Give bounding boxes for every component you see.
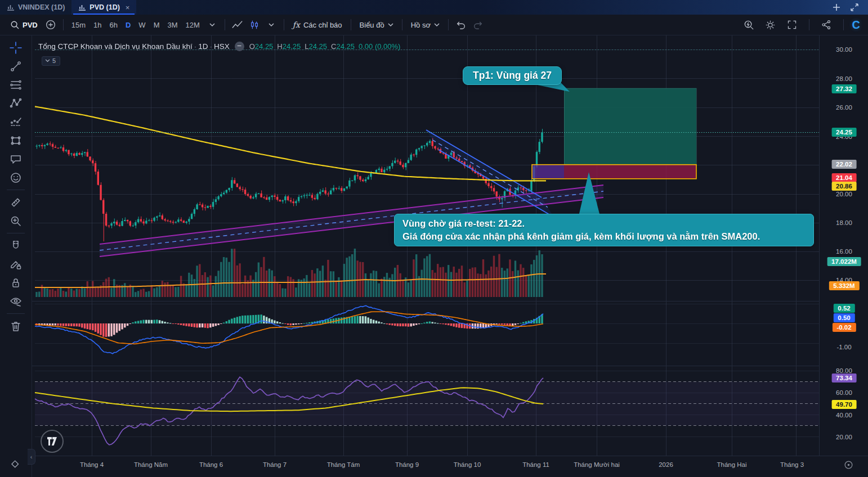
fullscreen-icon [787, 20, 797, 30]
compare-button[interactable] [42, 17, 59, 33]
price-badge: 24.25 [831, 128, 857, 137]
xabcd-pattern-icon [10, 97, 22, 110]
price-badge: 21.04 [831, 173, 857, 182]
expand-icon[interactable] [850, 3, 859, 12]
tab-label: VNINDEX (1D) [18, 3, 65, 11]
timeframe-6h[interactable]: 6h [106, 19, 122, 32]
chart-type-button[interactable] [246, 17, 263, 33]
tab-vnindex[interactable]: VNINDEX (1D) [0, 0, 71, 15]
toolbar-divider [809, 19, 809, 30]
add-tab-icon[interactable] [832, 3, 841, 12]
crosshair-tool[interactable] [5, 38, 26, 57]
pencil-lock-icon [10, 258, 22, 271]
time-tick: Tháng 11 [522, 461, 549, 468]
time-tick: Tháng Năm [134, 461, 168, 468]
tab-pvd[interactable]: PVD (1D) × [71, 0, 136, 15]
pane-separator[interactable] [32, 366, 819, 366]
timeframe-m[interactable]: M [150, 19, 164, 32]
broker-logo[interactable]: C [852, 19, 862, 32]
settings-button[interactable] [762, 17, 779, 33]
callout-tool[interactable] [5, 150, 26, 168]
time-tick: Tháng 3 [780, 461, 804, 468]
legend-minimize-button[interactable]: – [235, 42, 244, 51]
trend-line-tool[interactable] [5, 57, 26, 75]
magnet-icon [10, 240, 22, 252]
gear-icon [844, 460, 853, 470]
timeframe-1h[interactable]: 1h [90, 19, 105, 32]
price-tick: 60.00 [820, 389, 868, 396]
lock-all-tool[interactable] [5, 273, 26, 292]
collapsed-indicators-chip[interactable]: 5 [42, 56, 60, 66]
chart-tab-icon [78, 3, 86, 11]
toolbar-divider [448, 19, 449, 30]
time-tick: Tháng Mười hai [574, 461, 620, 468]
timeframe-15m[interactable]: 15m [68, 19, 90, 32]
timeframe-menu-button[interactable] [204, 17, 221, 33]
chevron-down-icon [388, 23, 393, 27]
timeframe-w[interactable]: W [135, 19, 149, 32]
ruler-tool[interactable] [5, 193, 26, 212]
emoji-tool[interactable] [5, 168, 26, 187]
main-toolbar: PVD 15m1h6hDWM3M12M ƒx Các chỉ báo Biểu … [0, 15, 868, 35]
pencil-lock-tool[interactable] [5, 255, 26, 273]
magnet-tool[interactable] [5, 236, 26, 255]
symbol-title[interactable]: Tổng CTCP Khoan và Dịch vụ Khoan Dầu khí… [38, 42, 230, 51]
trash-tool[interactable] [5, 317, 26, 335]
sidebar-divider [7, 233, 25, 233]
price-scale[interactable]: 30.0028.0026.0024.0022.0020.0018.0016.00… [819, 35, 868, 456]
time-tick: 2026 [659, 461, 673, 468]
tab-bar: VNINDEX (1D) PVD (1D) × [0, 0, 868, 15]
quick-search-button[interactable] [741, 17, 758, 33]
price-badge: 49.70 [831, 400, 857, 409]
line-style-button[interactable] [229, 17, 246, 33]
rectangle-tool[interactable] [5, 131, 26, 150]
chevron-down-icon [45, 59, 50, 62]
chart-tab-icon [7, 3, 15, 11]
time-tick: Tháng 10 [454, 461, 481, 468]
layout-button[interactable]: Biểu đồ [355, 19, 398, 32]
drawing-toolbar [0, 35, 32, 477]
callout-retest[interactable]: Vùng chờ giá re-test: 21-22. Giá đóng cử… [394, 214, 814, 246]
forecast-icon [10, 116, 22, 128]
lock-all-icon [10, 277, 22, 289]
toolbar-divider [63, 19, 64, 30]
price-badge: -0.02 [832, 323, 856, 332]
undo-button[interactable] [453, 17, 469, 33]
fib-retracement-tool[interactable] [5, 75, 26, 94]
symbol-search-button[interactable]: PVD [6, 18, 42, 32]
xabcd-pattern-tool[interactable] [5, 94, 26, 112]
callout-tp1[interactable]: Tp1: Vùng giá 27 [463, 66, 562, 85]
time-tick: Tháng Tám [327, 461, 360, 468]
time-tick: Tháng 9 [395, 461, 419, 468]
indicators-button[interactable]: ƒx Các chỉ báo [288, 18, 347, 32]
pane-separator[interactable] [32, 301, 819, 302]
tv-logo-icon [47, 436, 57, 446]
chart-type-menu-button[interactable] [263, 17, 280, 33]
timeframe-12m[interactable]: 12M [182, 19, 204, 32]
sidebar-divider [7, 313, 25, 314]
candlestick-icon [249, 20, 259, 30]
toolbar-right-group: C [741, 17, 862, 33]
hide-drawings-tool[interactable] [5, 292, 26, 310]
toolbar-divider [402, 19, 402, 30]
zoom-in-tool[interactable] [5, 212, 26, 230]
quick-search-icon [744, 20, 754, 30]
timeframe-3m[interactable]: 3M [163, 19, 181, 32]
price-tick: 18.00 [820, 219, 868, 226]
sidebar-collapse-handle[interactable]: ‹ [28, 449, 35, 465]
fullscreen-button[interactable] [784, 17, 800, 33]
profile-button[interactable]: Hồ sơ [406, 19, 444, 32]
redo-button[interactable] [469, 17, 486, 33]
forecast-tool[interactable] [5, 112, 26, 131]
chevron-down-icon [434, 23, 440, 27]
tradingview-logo[interactable] [41, 430, 64, 453]
timeframe-d[interactable]: D [122, 19, 135, 32]
price-badge: 0.50 [833, 313, 854, 322]
time-scale[interactable]: Tháng 4Tháng NămTháng 6Tháng 7Tháng TámT… [32, 456, 868, 477]
gear-icon [765, 20, 776, 30]
close-tab-icon[interactable]: × [126, 3, 130, 12]
object-tree-button[interactable] [10, 460, 21, 474]
axis-settings-button[interactable] [844, 460, 853, 472]
indicators-label: Các chỉ báo [303, 21, 342, 29]
share-button[interactable] [818, 17, 835, 33]
